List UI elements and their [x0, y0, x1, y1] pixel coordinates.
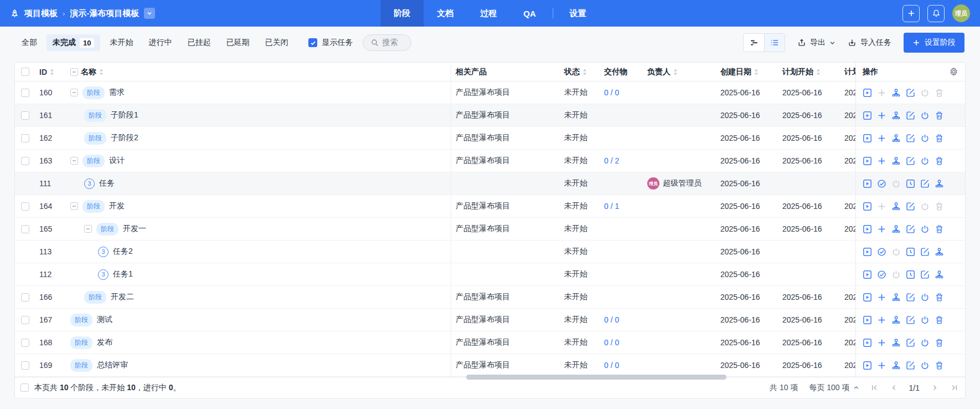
trash-action-button[interactable]: [935, 134, 944, 143]
row-checkbox[interactable]: [21, 111, 29, 120]
clock-square-action-button[interactable]: [906, 270, 915, 279]
row-name-link[interactable]: 需求: [109, 88, 125, 98]
trash-action-button[interactable]: [935, 361, 944, 370]
edit-square-action-button[interactable]: [906, 156, 915, 166]
collapse-row-icon[interactable]: [70, 89, 78, 96]
edit-square-action-button[interactable]: [906, 293, 915, 302]
sort-icon[interactable]: [99, 69, 104, 75]
collapse-row-icon[interactable]: [70, 157, 78, 165]
deliverable-link[interactable]: 0 / 0: [604, 88, 619, 97]
export-menu[interactable]: 导出: [797, 38, 835, 48]
sitemap-action-button[interactable]: [891, 361, 901, 370]
sitemap-action-button[interactable]: [891, 134, 901, 143]
sort-icon[interactable]: [754, 69, 759, 75]
collapse-row-icon[interactable]: [84, 225, 92, 233]
play-square-action-button[interactable]: [863, 202, 872, 211]
play-square-action-button[interactable]: [863, 224, 872, 234]
row-name-link[interactable]: 子阶段2: [111, 133, 138, 143]
template-switch-dropdown[interactable]: [144, 8, 155, 19]
gantt-view-button[interactable]: [744, 34, 764, 52]
footer-select-checkbox[interactable]: [20, 384, 29, 392]
row-checkbox[interactable]: [21, 157, 29, 165]
row-name-link[interactable]: 任务2: [113, 247, 133, 257]
create-button[interactable]: [902, 5, 920, 22]
list-view-button[interactable]: [764, 34, 785, 52]
filter-tab-全部[interactable]: 全部: [16, 34, 43, 51]
user-avatar[interactable]: 理员: [952, 4, 970, 22]
sitemap-action-button[interactable]: [935, 179, 944, 188]
sitemap-action-button[interactable]: [891, 111, 901, 120]
horizontal-scrollbar[interactable]: [466, 375, 726, 380]
filter-tab-未完成[interactable]: 未完成10: [47, 34, 100, 51]
row-name-link[interactable]: 任务1: [113, 269, 133, 279]
plus-action-button[interactable]: [877, 315, 886, 325]
sitemap-action-button[interactable]: [935, 270, 944, 279]
row-name-link[interactable]: 子阶段1: [111, 110, 138, 120]
set-stage-button[interactable]: 设置阶段: [904, 33, 964, 53]
edit-square-action-button[interactable]: [906, 111, 915, 120]
play-square-action-button[interactable]: [863, 111, 872, 120]
trash-action-button[interactable]: [935, 338, 944, 347]
deliverable-link[interactable]: 0 / 1: [604, 202, 619, 211]
row-checkbox[interactable]: [21, 134, 29, 142]
sort-icon[interactable]: [816, 69, 821, 75]
edit-square-action-button[interactable]: [906, 88, 915, 98]
edit-square-action-button[interactable]: [906, 361, 915, 370]
check-circle-action-button[interactable]: [877, 179, 886, 188]
play-square-action-button[interactable]: [863, 293, 872, 302]
edit-square-action-button[interactable]: [906, 202, 915, 211]
check-circle-action-button[interactable]: [877, 270, 886, 279]
trash-action-button[interactable]: [935, 293, 944, 302]
edit-square-action-button[interactable]: [920, 179, 930, 188]
edit-square-action-button[interactable]: [906, 224, 915, 234]
row-name-link[interactable]: 开发: [109, 201, 125, 211]
sitemap-action-button[interactable]: [891, 338, 901, 347]
trash-action-button[interactable]: [935, 156, 944, 166]
play-square-action-button[interactable]: [863, 134, 872, 143]
import-tasks-button[interactable]: 导入任务: [848, 38, 891, 48]
row-checkbox[interactable]: [21, 293, 29, 301]
nav-tab-阶段[interactable]: 阶段: [380, 0, 424, 27]
row-name-link[interactable]: 总结评审: [97, 360, 128, 370]
filter-tab-进行中[interactable]: 进行中: [142, 34, 178, 51]
check-circle-action-button[interactable]: [877, 247, 886, 257]
deliverable-link[interactable]: 0 / 0: [604, 338, 619, 347]
nav-tab-QA[interactable]: QA: [510, 0, 549, 27]
play-square-action-button[interactable]: [863, 338, 872, 347]
deliverable-link[interactable]: 0 / 0: [604, 315, 619, 324]
play-square-action-button[interactable]: [863, 270, 872, 279]
plus-action-button[interactable]: [877, 111, 886, 120]
row-checkbox[interactable]: [21, 361, 29, 370]
breadcrumb-app[interactable]: 项目模板: [24, 8, 58, 19]
sitemap-action-button[interactable]: [891, 293, 901, 302]
sitemap-action-button[interactable]: [935, 247, 944, 257]
clock-square-action-button[interactable]: [906, 247, 915, 257]
plus-action-button[interactable]: [877, 156, 886, 166]
show-tasks-checkbox[interactable]: [308, 38, 317, 47]
deliverable-link[interactable]: 0 / 2: [604, 156, 619, 165]
per-page-selector[interactable]: 每页 100 项: [809, 383, 859, 393]
sort-icon[interactable]: [50, 69, 54, 75]
show-tasks-toggle[interactable]: 显示任务: [308, 38, 353, 48]
plus-action-button[interactable]: [877, 293, 886, 302]
play-square-action-button[interactable]: [863, 179, 872, 188]
deliverable-link[interactable]: 0 / 0: [604, 361, 619, 370]
power-action-button[interactable]: [920, 361, 930, 370]
play-square-action-button[interactable]: [863, 156, 872, 166]
edit-square-action-button[interactable]: [906, 315, 915, 325]
collapse-row-icon[interactable]: [70, 202, 78, 210]
collapse-all-icon[interactable]: [70, 68, 78, 76]
row-checkbox[interactable]: [21, 225, 29, 233]
power-action-button[interactable]: [920, 111, 930, 120]
sort-icon[interactable]: [673, 69, 678, 75]
filter-tab-已延期[interactable]: 已延期: [220, 34, 255, 51]
row-name-link[interactable]: 开发一: [123, 224, 146, 234]
row-checkbox[interactable]: [21, 316, 29, 324]
prev-page-button[interactable]: [890, 384, 898, 392]
play-square-action-button[interactable]: [863, 315, 872, 325]
row-name-link[interactable]: 发布: [97, 338, 112, 347]
sitemap-action-button[interactable]: [891, 156, 901, 166]
nav-tab-设置[interactable]: 设置: [556, 0, 600, 27]
trash-action-button[interactable]: [935, 315, 944, 325]
nav-tab-过程[interactable]: 过程: [467, 0, 510, 27]
